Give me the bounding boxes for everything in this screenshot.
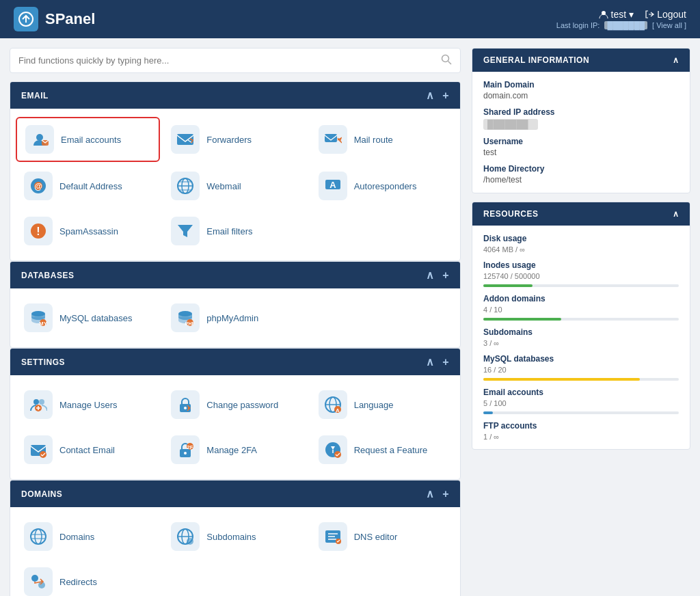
section-controls-databases: ∧+ — [426, 269, 449, 282]
grid-item-spamassassin[interactable]: ! SpamAssassin — [16, 210, 160, 252]
section-collapse-email[interactable]: ∧ — [426, 89, 435, 102]
main-layout: EMAIL∧+ Email accounts Forwarders Mail r… — [0, 38, 700, 596]
info-value: domain.com — [483, 91, 679, 100]
grid-item-phpmyadmin[interactable]: PHP phpMyAdmin — [163, 297, 307, 339]
grid-item-manage-users[interactable]: Manage Users — [16, 383, 160, 426]
search-input[interactable] — [18, 55, 435, 66]
autoresponders-label: Autoresponders — [354, 181, 417, 191]
section-header-settings: SETTINGS∧+ — [10, 349, 460, 375]
default-address-icon: @ — [24, 172, 53, 200]
grid-item-webmail[interactable]: Webmail — [163, 165, 307, 207]
section-add-domains[interactable]: + — [442, 488, 449, 500]
domains-label: Domains — [59, 532, 94, 542]
resource-label: Disk usage — [483, 234, 679, 243]
resource-row-addon-domains: Addon domains4 / 10 — [483, 294, 679, 321]
info-value: test — [483, 148, 679, 157]
grid-item-language[interactable]: A Language — [310, 383, 455, 426]
manage-2fa-label: Manage 2FA — [206, 445, 257, 455]
right-column: GENERAL INFORMATION ∧ Main Domaindomain.… — [472, 48, 690, 596]
section-collapse-domains[interactable]: ∧ — [426, 487, 435, 500]
grid-item-autoresponders[interactable]: A Autoresponders — [310, 165, 455, 207]
section-collapse-settings[interactable]: ∧ — [426, 355, 435, 368]
dns-editor-icon — [319, 522, 347, 551]
mail-route-icon — [319, 125, 347, 154]
contact-email-label: Contact Email — [59, 445, 115, 455]
resources-collapse[interactable]: ∧ — [673, 209, 679, 219]
general-info-header: GENERAL INFORMATION ∧ — [472, 49, 690, 72]
section-collapse-databases[interactable]: ∧ — [426, 269, 435, 282]
grid-item-redirects[interactable]: Redirects — [16, 560, 160, 596]
general-info-row-main-domain: Main Domaindomain.com — [483, 80, 679, 100]
resource-value: 5 / 100 — [483, 399, 679, 407]
section-add-settings[interactable]: + — [442, 356, 449, 368]
manage-users-label: Manage Users — [59, 400, 118, 410]
section-domains: DOMAINS∧+ Domains Subdomains DNS editor … — [10, 480, 461, 596]
resource-row-subdomains: Subdomains3 / ∞ — [483, 327, 679, 347]
grid-item-domains[interactable]: Domains — [16, 515, 160, 558]
view-all-link[interactable]: [ View all ] — [652, 21, 686, 29]
general-info-collapse[interactable]: ∧ — [673, 55, 679, 65]
phpmyadmin-icon: PHP — [171, 303, 200, 332]
grid-item-contact-email[interactable]: Contact Email — [16, 429, 160, 471]
svg-text:@: @ — [34, 182, 42, 191]
svg-text:A: A — [336, 407, 340, 414]
left-column: EMAIL∧+ Email accounts Forwarders Mail r… — [10, 48, 461, 596]
grid-item-forwarders[interactable]: Forwarders — [163, 117, 307, 162]
subdomains-label: Subdomains — [206, 532, 256, 542]
mail-route-label: Mail route — [354, 135, 393, 145]
resource-value: 4 / 10 — [483, 306, 679, 314]
resource-row-ftp-accounts: FTP accounts1 / ∞ — [483, 421, 679, 441]
section-title-email: EMAIL — [21, 91, 49, 100]
grid-item-dns-editor[interactable]: DNS editor — [310, 515, 455, 558]
login-ip: ███████ — [604, 21, 647, 29]
grid-item-manage-2fa[interactable]: 2F Manage 2FA — [163, 429, 307, 471]
user-dropdown-icon[interactable]: ▾ — [629, 9, 634, 20]
email-filters-icon — [171, 217, 200, 245]
svg-rect-7 — [325, 134, 337, 142]
manage-users-icon — [24, 390, 53, 419]
grid-item-subdomains[interactable]: Subdomains — [163, 515, 307, 558]
manage-2fa-icon: 2F — [171, 435, 200, 464]
resource-bar-fill — [483, 378, 640, 381]
grid-item-mysql-databases[interactable]: MY MySQL databases — [16, 297, 160, 339]
grid-item-default-address[interactable]: @ Default Address — [16, 165, 160, 207]
resource-label: Addon domains — [483, 294, 679, 303]
forwarders-label: Forwarders — [206, 135, 252, 145]
general-info-row-home-directory: Home Directory/home/test — [483, 164, 679, 185]
header-user[interactable]: test ▾ — [599, 9, 634, 20]
resource-bar-fill — [483, 284, 533, 287]
resource-row-email-accounts: Email accounts5 / 100 — [483, 388, 679, 414]
mysql-databases-label: MySQL databases — [59, 313, 132, 323]
last-login-info: Last login IP: ███████ [ View all ] — [556, 21, 686, 29]
section-controls-domains: ∧+ — [426, 487, 449, 500]
general-info-title: GENERAL INFORMATION — [483, 55, 589, 65]
resource-label: FTP accounts — [483, 421, 679, 431]
sections-container: EMAIL∧+ Email accounts Forwarders Mail r… — [10, 81, 461, 596]
contact-email-icon — [24, 435, 53, 464]
resource-label: MySQL databases — [483, 354, 679, 364]
autoresponders-icon: A — [319, 172, 347, 200]
mysql-databases-icon: MY — [24, 303, 53, 332]
grid-item-change-password[interactable]: Change password — [163, 383, 307, 426]
resource-label: Email accounts — [483, 388, 679, 397]
svg-point-28 — [33, 399, 39, 405]
request-feature-icon — [319, 435, 347, 464]
svg-text:PHP: PHP — [185, 321, 194, 326]
svg-point-29 — [39, 399, 44, 405]
resource-bar-bg — [483, 318, 679, 321]
svg-point-2 — [442, 55, 449, 62]
request-feature-label: Request a Feature — [354, 445, 428, 455]
resources-body: Disk usage4064 MB / ∞Inodes usage125740 … — [472, 226, 690, 449]
section-add-email[interactable]: + — [442, 90, 449, 102]
section-grid-domains: Domains Subdomains DNS editor Redirects — [10, 507, 460, 596]
forwarders-icon — [171, 125, 200, 154]
section-add-databases[interactable]: + — [442, 269, 449, 282]
grid-item-mail-route[interactable]: Mail route — [310, 117, 455, 162]
grid-item-email-accounts[interactable]: Email accounts — [16, 117, 160, 162]
grid-item-email-filters[interactable]: Email filters — [163, 210, 307, 252]
resource-bar-bg — [483, 378, 679, 381]
grid-item-request-feature[interactable]: Request a Feature — [310, 429, 455, 471]
default-address-label: Default Address — [59, 181, 122, 191]
logout-button[interactable]: Logout — [645, 9, 686, 20]
webmail-label: Webmail — [206, 181, 241, 191]
